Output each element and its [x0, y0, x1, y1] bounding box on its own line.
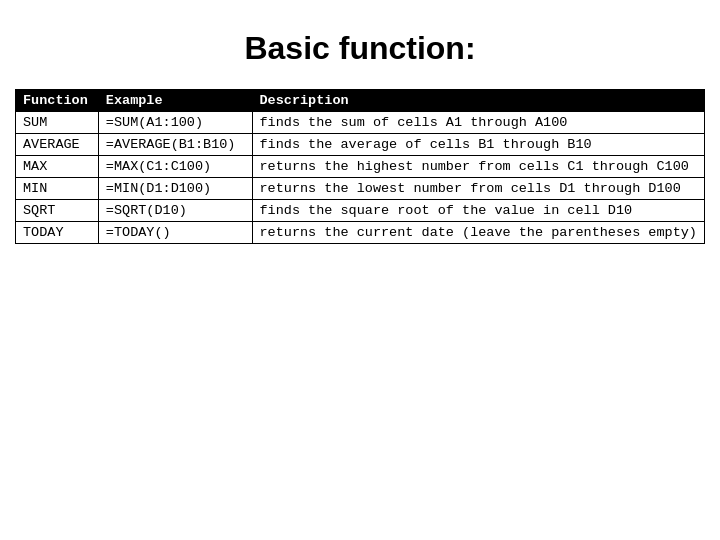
- table-row: AVERAGE=AVERAGE(B1:B10)finds the average…: [16, 134, 705, 156]
- cell-example: =TODAY(): [98, 222, 252, 244]
- cell-example: =MAX(C1:C100): [98, 156, 252, 178]
- cell-description: finds the sum of cells A1 through A100: [252, 112, 705, 134]
- table-row: TODAY=TODAY()returns the current date (l…: [16, 222, 705, 244]
- cell-example: =AVERAGE(B1:B10): [98, 134, 252, 156]
- cell-function: TODAY: [16, 222, 99, 244]
- cell-example: =SUM(A1:100): [98, 112, 252, 134]
- functions-table: Function Example Description SUM=SUM(A1:…: [15, 89, 705, 244]
- header-description: Description: [252, 90, 705, 112]
- table-row: SUM=SUM(A1:100)finds the sum of cells A1…: [16, 112, 705, 134]
- cell-function: MAX: [16, 156, 99, 178]
- table-row: MAX=MAX(C1:C100)returns the highest numb…: [16, 156, 705, 178]
- cell-description: returns the current date (leave the pare…: [252, 222, 705, 244]
- page-title: Basic function:: [244, 30, 475, 67]
- table-row: SQRT=SQRT(D10)finds the square root of t…: [16, 200, 705, 222]
- cell-description: finds the square root of the value in ce…: [252, 200, 705, 222]
- cell-function: AVERAGE: [16, 134, 99, 156]
- table-row: MIN=MIN(D1:D100)returns the lowest numbe…: [16, 178, 705, 200]
- cell-example: =MIN(D1:D100): [98, 178, 252, 200]
- cell-function: SUM: [16, 112, 99, 134]
- cell-function: MIN: [16, 178, 99, 200]
- cell-example: =SQRT(D10): [98, 200, 252, 222]
- header-example: Example: [98, 90, 252, 112]
- cell-description: finds the average of cells B1 through B1…: [252, 134, 705, 156]
- cell-function: SQRT: [16, 200, 99, 222]
- page-container: Basic function: Function Example Descrip…: [0, 0, 720, 540]
- cell-description: returns the highest number from cells C1…: [252, 156, 705, 178]
- table-header-row: Function Example Description: [16, 90, 705, 112]
- cell-description: returns the lowest number from cells D1 …: [252, 178, 705, 200]
- header-function: Function: [16, 90, 99, 112]
